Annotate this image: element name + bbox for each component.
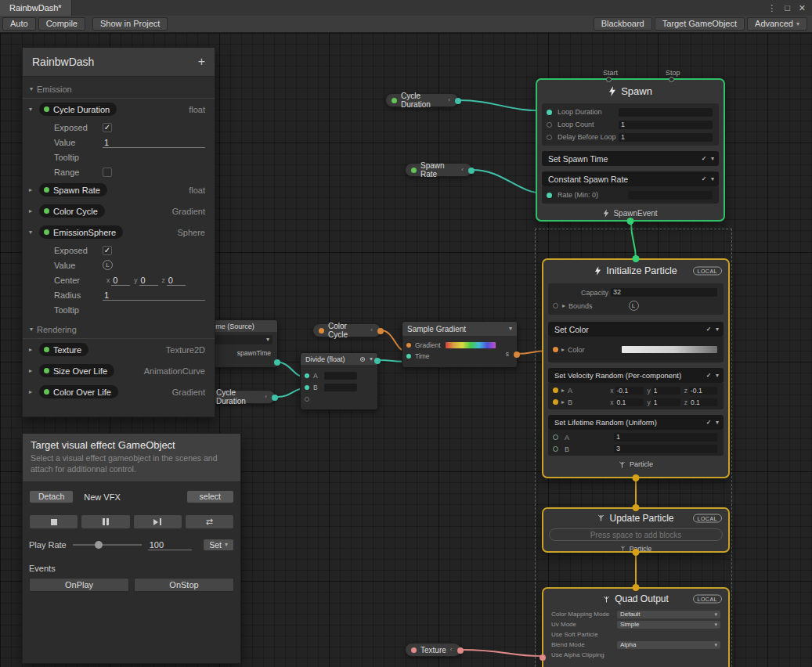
chevron-right-icon[interactable]: ▸ [29,207,39,215]
collapse-icon[interactable]: ‹ [450,647,453,653]
set-velocity-caret-icon[interactable]: ▾ [716,373,719,379]
divide-node[interactable]: Divide (float) ▾ A B [300,352,378,410]
param-pill[interactable]: Color Cycle [39,204,105,218]
divide-b-field[interactable] [324,384,357,391]
select-button[interactable]: select [186,490,234,503]
stop-button[interactable] [29,514,78,529]
play-rate-field[interactable]: 100 [148,539,192,550]
gradient-preview[interactable] [446,342,496,348]
color-port[interactable] [553,347,558,352]
initialize-node-header[interactable]: Initialize Particle LOCAL [543,260,728,282]
capacity-field[interactable]: 32 [611,288,717,297]
quad-output-node[interactable]: Quad Output LOCAL Color Mapping Mode Def… [542,587,730,667]
constant-spawn-rate-checkbox[interactable]: ✓ [700,175,708,183]
param-row-cycle-duration[interactable]: ▾ Cycle Duration float [23,99,215,120]
set-color-block[interactable]: Set Color ✓ ▾ [548,322,724,337]
bounds-port[interactable] [553,303,558,308]
exposed-checkbox[interactable]: ✓ [103,123,112,132]
chevron-down-icon[interactable]: ▾ [29,106,39,113]
target-gameobject-toggle-button[interactable]: Target GameObject [655,17,745,31]
time-input-row[interactable]: Time [402,351,517,362]
loop-duration-port[interactable] [547,110,552,115]
gradient-input-port[interactable] [406,343,411,348]
set-color-caret-icon[interactable]: ▾ [716,326,719,333]
sample-gradient-header[interactable]: Sample Gradient ▾ [402,322,517,336]
chevron-down-icon[interactable]: ▾ [30,86,33,92]
target-gameobject-panel[interactable]: Target visual effect GameObject Select a… [22,433,241,664]
blackboard-header[interactable]: RainbwDash + [23,48,215,77]
velocity-a-row[interactable]: ▸ A x-0.1 y1 z-0.1 [548,384,724,396]
spawn-node[interactable]: Start Stop Spawn Loop Duration Loop Coun… [536,78,725,222]
restart-button[interactable]: ⇄ [185,514,234,529]
time-input-port[interactable] [406,354,411,359]
param-pill[interactable]: Size Over Life [39,364,114,377]
param-output-port[interactable] [377,328,384,334]
set-spawn-time-caret-icon[interactable]: ▾ [711,156,714,162]
divide-b-port[interactable] [305,385,309,390]
capacity-row[interactable]: Capacity 32 [548,286,724,299]
value-field[interactable]: 1 [103,137,205,148]
chevron-right-icon[interactable]: ▸ [29,346,39,353]
center-x-field[interactable]: 0 [111,275,130,286]
update-particle-node[interactable]: Update Particle LOCAL Press space to add… [542,507,730,553]
bounds-link-icon[interactable]: L [629,301,639,311]
maximize-icon[interactable]: □ [785,3,790,13]
divide-a-port[interactable] [305,373,309,378]
quad-input-port[interactable] [633,584,640,591]
set-spawn-time-block[interactable]: Set Spawn Time ✓ ▾ [542,151,719,166]
update-node-header[interactable]: Update Particle LOCAL [543,509,728,527]
chevron-down-icon[interactable]: ▾ [370,356,373,362]
spawn-stop-port[interactable] [669,77,674,82]
advanced-dropdown-button[interactable]: Advanced▾ [747,17,807,31]
param-pill[interactable]: Color Over Life [39,385,118,398]
add-parameter-button[interactable]: + [198,56,205,68]
param-row-color-cycle[interactable]: ▸ Color Cycle Gradient [23,200,215,222]
chevron-right-icon[interactable]: ▸ [29,388,39,395]
loop-count-port[interactable] [547,122,552,128]
constant-spawn-rate-caret-icon[interactable]: ▾ [711,176,714,182]
compile-button[interactable]: Compile [38,17,85,31]
quad-texture-port[interactable] [540,654,546,661]
set-velocity-checkbox[interactable]: ✓ [705,372,713,380]
color-gradient-field[interactable] [622,346,717,353]
center-z-field[interactable]: 0 [167,275,186,286]
initialize-output-port[interactable] [633,474,640,481]
color-foldout-icon[interactable]: ▸ [561,347,565,353]
velocity-a-y-field[interactable]: 1 [652,387,680,395]
detach-button[interactable]: Detach [29,490,74,503]
delay-before-loop-port[interactable] [547,135,552,140]
lifetime-a-port[interactable] [553,434,558,440]
onplay-button[interactable]: OnPlay [29,578,129,592]
bounds-foldout-icon[interactable]: ▸ [562,303,565,309]
spawntime-output-port[interactable] [274,359,280,366]
initialize-particle-node[interactable]: Initialize Particle LOCAL Capacity 32 ▸ … [542,258,730,478]
velocity-b-port[interactable] [553,399,558,405]
velocity-a-port[interactable] [553,388,558,393]
divide-extra-port[interactable] [305,397,309,402]
set-spawn-time-checkbox[interactable]: ✓ [700,155,708,163]
divide-extra-row[interactable] [301,393,377,405]
velocity-a-foldout-icon[interactable]: ▸ [561,388,565,394]
lifetime-a-row[interactable]: A 1 [548,431,724,443]
bounds-row[interactable]: ▸ Bounds L [548,299,724,312]
param-row-color-over-life[interactable]: ▸ Color Over Life Gradient [23,381,215,402]
quad-node-header[interactable]: Quad Output LOCAL [543,589,728,609]
auto-button[interactable]: Auto [2,17,36,31]
collapse-icon[interactable]: ‹ [370,327,373,334]
show-in-project-button[interactable]: Show in Project [92,17,168,31]
color-row[interactable]: ▸ Color [548,337,724,362]
velocity-b-row[interactable]: ▸ B x0.1 y1 z0.1 [548,396,724,408]
param-output-port[interactable] [468,168,475,174]
chevron-down-icon[interactable]: ▾ [29,229,39,236]
param-output-port[interactable] [272,395,278,401]
tab-rainbwdash[interactable]: RainbwDash* [0,0,72,16]
collapse-icon[interactable]: ‹ [265,394,267,400]
chevron-right-icon[interactable]: ▸ [29,367,39,374]
loop-duration-field[interactable] [619,108,713,117]
blend-mode-dropdown[interactable]: Alpha▾ [617,641,720,649]
gear-icon[interactable] [359,356,366,362]
lifetime-b-port[interactable] [553,446,558,452]
category-emission[interactable]: ▾ Emission [23,81,215,99]
loop-duration-row[interactable]: Loop Duration [542,106,719,118]
gradient-input-row[interactable]: Gradient [402,340,517,351]
